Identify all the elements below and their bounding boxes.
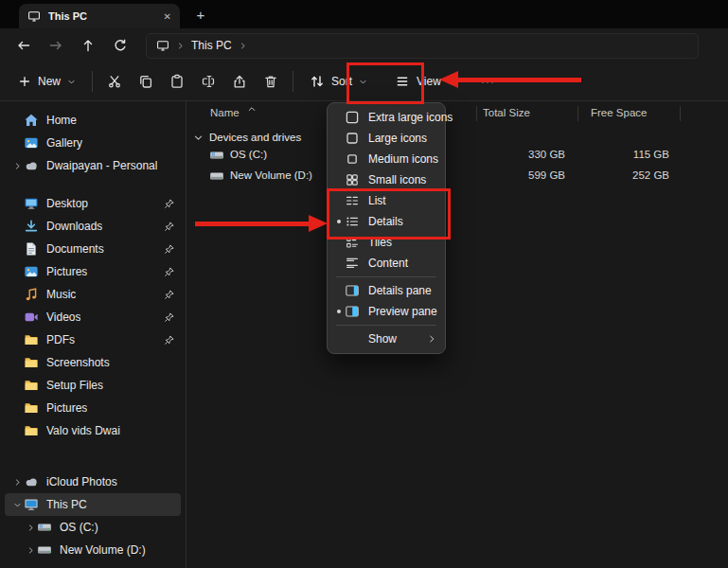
menu-item-preview-pane[interactable]: Preview pane bbox=[328, 301, 445, 322]
file-name[interactable]: New Volume (D:) bbox=[230, 169, 312, 181]
menu-item-details[interactable]: Details bbox=[328, 211, 445, 232]
breadcrumb-this-pc[interactable]: This PC bbox=[191, 39, 232, 52]
see-more-button[interactable] bbox=[473, 67, 502, 96]
column-divider[interactable] bbox=[577, 106, 578, 121]
menu-item-list[interactable]: List bbox=[328, 190, 445, 211]
column-header-name[interactable]: Name bbox=[210, 107, 240, 118]
command-toolbar: New Sort View bbox=[0, 62, 728, 101]
file-row-os-c[interactable]: OS (C:) 330 GB 115 GB bbox=[186, 145, 728, 166]
menu-item-content[interactable]: Content bbox=[328, 253, 445, 274]
sort-ascending-icon bbox=[247, 104, 257, 114]
sidebar-item-downloads[interactable]: Downloads bbox=[5, 215, 181, 238]
chevron-right-icon[interactable] bbox=[10, 162, 24, 170]
preview-pane-icon bbox=[345, 304, 360, 319]
menu-item-show[interactable]: Show bbox=[328, 328, 445, 349]
menu-divider bbox=[336, 325, 436, 326]
chevron-down-icon bbox=[67, 78, 76, 86]
up-arrow-icon bbox=[80, 38, 96, 53]
file-name[interactable]: OS (C:) bbox=[230, 149, 267, 160]
sidebar-item-setup-files[interactable]: Setup Files bbox=[5, 374, 181, 397]
gallery-icon bbox=[24, 135, 39, 151]
sidebar-item-this-pc[interactable]: This PC bbox=[5, 493, 181, 516]
address-bar[interactable]: This PC bbox=[146, 33, 699, 59]
selection-dot bbox=[333, 220, 345, 223]
pin-icon bbox=[163, 243, 175, 256]
icon-spacer bbox=[345, 331, 360, 346]
small-icons-icon bbox=[345, 172, 360, 187]
folder-icon bbox=[24, 423, 39, 438]
sidebar-item-label: Pictures bbox=[46, 401, 87, 415]
new-button[interactable]: New bbox=[9, 69, 84, 94]
download-icon bbox=[24, 219, 39, 234]
column-divider[interactable] bbox=[680, 106, 681, 121]
sidebar-item-desktop[interactable]: Desktop bbox=[5, 192, 181, 215]
sidebar-item-icloud-photos[interactable]: iCloud Photos bbox=[5, 470, 181, 493]
sidebar-item-screenshots[interactable]: Screenshots bbox=[5, 351, 181, 374]
menu-item-small-icons[interactable]: Small icons bbox=[328, 169, 445, 190]
sidebar-item-gallery[interactable]: Gallery bbox=[5, 132, 181, 154]
sidebar-item-pictures-folder[interactable]: Pictures bbox=[5, 397, 181, 419]
sidebar-item-label: PDFs bbox=[46, 333, 75, 346]
rename-button[interactable] bbox=[194, 67, 222, 96]
sort-button[interactable]: Sort bbox=[301, 68, 376, 95]
pictures-icon bbox=[24, 264, 39, 279]
group-label: Devices and drives bbox=[209, 132, 301, 143]
close-tab-icon[interactable]: ✕ bbox=[164, 11, 171, 22]
folder-icon bbox=[24, 400, 39, 416]
chevron-down-icon[interactable] bbox=[10, 501, 24, 509]
share-button[interactable] bbox=[225, 67, 254, 96]
chevron-right-icon[interactable] bbox=[24, 524, 37, 532]
sidebar-item-os-c[interactable]: OS (C:) bbox=[5, 516, 181, 539]
menu-item-label: Details pane bbox=[368, 284, 432, 297]
sidebar-item-music[interactable]: Music bbox=[5, 283, 181, 306]
menu-item-large-icons[interactable]: Large icons bbox=[328, 128, 445, 149]
sidebar-item-home[interactable]: Home bbox=[5, 109, 181, 132]
chevron-down-icon bbox=[359, 78, 367, 86]
sidebar-item-new-volume-d[interactable]: New Volume (D:) bbox=[5, 539, 181, 561]
column-header-total-size[interactable]: Total Size bbox=[483, 107, 530, 118]
file-free-space: 252 GB bbox=[591, 169, 669, 181]
menu-divider bbox=[336, 276, 436, 277]
forward-button[interactable] bbox=[42, 32, 70, 59]
sidebar-item-pdfs[interactable]: PDFs bbox=[5, 328, 181, 351]
delete-button[interactable] bbox=[257, 67, 285, 96]
new-tab-button[interactable]: + bbox=[190, 6, 211, 24]
sidebar-item-onedrive[interactable]: Dwaipayan - Personal bbox=[5, 154, 181, 177]
chevron-right-icon[interactable] bbox=[10, 478, 24, 487]
menu-item-medium-icons[interactable]: Medium icons bbox=[328, 149, 445, 169]
tab-title: This PC bbox=[48, 10, 87, 22]
sidebar-item-pictures[interactable]: Pictures bbox=[5, 260, 181, 283]
os-drive-icon bbox=[209, 148, 224, 163]
up-button[interactable] bbox=[74, 32, 102, 59]
sidebar-item-videos[interactable]: Videos bbox=[5, 306, 181, 328]
video-icon bbox=[24, 310, 39, 325]
chevron-right-icon[interactable] bbox=[24, 546, 37, 555]
menu-item-tiles[interactable]: Tiles bbox=[328, 232, 445, 253]
large-icons-icon bbox=[345, 131, 360, 146]
paste-button[interactable] bbox=[163, 67, 191, 96]
column-header-free-space[interactable]: Free Space bbox=[591, 107, 647, 118]
sidebar-item-valo-vids[interactable]: Valo vids Dwai bbox=[5, 419, 181, 442]
details-pane-icon bbox=[345, 283, 360, 298]
chevron-down-icon[interactable] bbox=[193, 133, 204, 143]
more-icon bbox=[480, 74, 495, 89]
menu-item-details-pane[interactable]: Details pane bbox=[328, 280, 445, 301]
column-divider[interactable] bbox=[476, 106, 477, 121]
extra-large-icons-icon bbox=[345, 110, 360, 125]
menu-item-extra-large-icons[interactable]: Extra large icons bbox=[328, 107, 445, 128]
back-button[interactable] bbox=[9, 32, 38, 59]
menu-item-label: Preview pane bbox=[368, 305, 437, 318]
pc-icon bbox=[24, 497, 39, 512]
menu-item-label: Small icons bbox=[368, 173, 426, 186]
tab-this-pc[interactable]: This PC ✕ bbox=[19, 4, 180, 28]
file-row-new-volume-d[interactable]: New Volume (D:) 599 GB 252 GB bbox=[186, 166, 728, 186]
copy-button[interactable] bbox=[132, 67, 160, 96]
sidebar-item-label: Pictures bbox=[46, 265, 87, 278]
navigation-bar: This PC bbox=[0, 28, 728, 62]
sidebar-item-label: New Volume (D:) bbox=[60, 543, 146, 557]
refresh-button[interactable] bbox=[106, 32, 134, 59]
folder-icon bbox=[24, 332, 39, 347]
cut-button[interactable] bbox=[100, 67, 129, 96]
view-button[interactable]: View bbox=[386, 68, 465, 95]
sidebar-item-documents[interactable]: Documents bbox=[5, 238, 181, 260]
